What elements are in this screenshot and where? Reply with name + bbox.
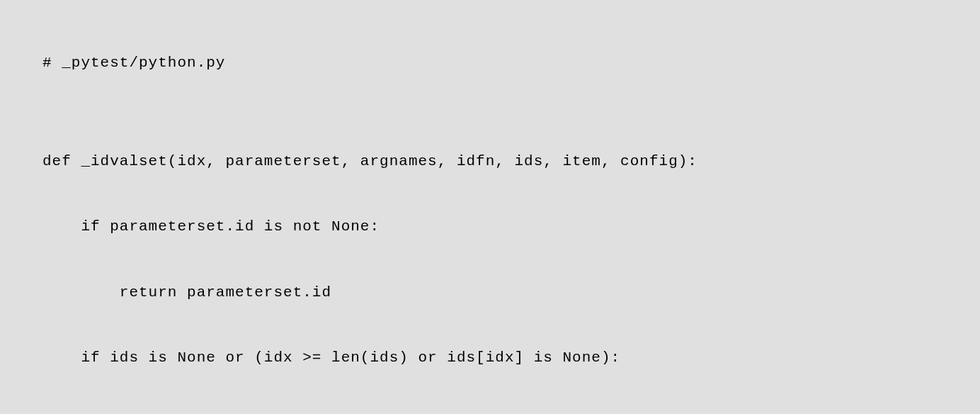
- code-line: if ids is None or (idx >= len(ids) or id…: [42, 342, 980, 374]
- code-line: def _idvalset(idx, parameterset, argname…: [42, 145, 980, 178]
- code-line: # _pytest/python.py: [42, 47, 980, 79]
- code-line: if parameterset.id is not None:: [42, 211, 980, 243]
- code-block: # _pytest/python.py def _idvalset(idx, p…: [42, 14, 980, 414]
- code-line: return parameterset.id: [42, 276, 980, 309]
- code-line: this_id = [: [42, 407, 980, 414]
